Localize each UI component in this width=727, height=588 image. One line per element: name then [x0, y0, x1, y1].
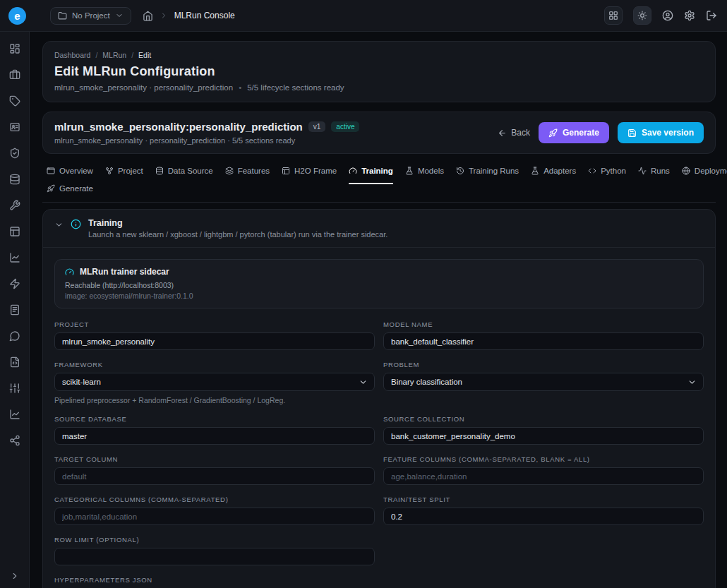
train-test-split-input[interactable] [383, 508, 704, 525]
project-selector-label: No Project [72, 11, 110, 20]
tab-python[interactable]: Python [588, 167, 626, 184]
sidebar-item-tools[interactable] [9, 200, 20, 211]
apps-grid-button[interactable] [604, 6, 623, 25]
tab-training-runs[interactable]: Training Runs [456, 167, 519, 184]
field-model-name: MODEL NAME [383, 320, 704, 350]
breadcrumb-dashboard[interactable]: Dashboard [54, 51, 90, 59]
source-collection-label: SOURCE COLLECTION [383, 415, 704, 423]
chevron-right-icon [10, 571, 20, 581]
sidebar-item-chat[interactable] [9, 330, 20, 342]
source-collection-input[interactable] [383, 427, 704, 445]
breadcrumb-separator: / [131, 51, 133, 59]
tab-models[interactable]: Models [405, 167, 444, 184]
sidebar-item-workspace[interactable] [9, 69, 20, 80]
source-database-input[interactable] [54, 427, 375, 445]
settings-button[interactable] [684, 10, 695, 21]
row-limit-input[interactable] [54, 548, 375, 565]
app-logo[interactable]: e [8, 7, 26, 25]
problem-label: PROBLEM [383, 361, 704, 368]
field-hyperparameters: HYPERPARAMETERS JSON {} [54, 576, 704, 588]
section-description: Launch a new sklearn / xgboost / lightgb… [88, 230, 387, 239]
tab-overview[interactable]: Overview [47, 167, 93, 184]
project-selector[interactable]: No Project [50, 7, 131, 25]
tab-runs[interactable]: Runs [638, 167, 670, 184]
sidebar-item-actions[interactable] [9, 278, 20, 289]
framework-select[interactable]: scikit-learn [54, 373, 375, 391]
field-source-database: SOURCE DATABASE [54, 415, 375, 445]
logout-button[interactable] [706, 10, 717, 21]
breadcrumb-separator: / [95, 51, 97, 59]
categorical-columns-input[interactable] [54, 508, 375, 525]
section-title: Training [88, 218, 387, 228]
tab-deployments[interactable]: Deployments [682, 167, 727, 184]
field-categorical-columns: CATEGORICAL COLUMNS (COMMA-SEPARATED) [54, 496, 375, 525]
field-target-column: TARGET COLUMN [54, 455, 375, 485]
back-button[interactable]: Back [498, 128, 530, 138]
chevron-down-icon [54, 220, 64, 229]
rocket-icon [47, 184, 55, 193]
notebook-icon [9, 304, 20, 316]
shield-check-icon [9, 148, 20, 159]
project-input[interactable] [54, 332, 375, 350]
feature-columns-input[interactable] [383, 467, 704, 485]
sliders-icon [9, 383, 20, 394]
sidebar-item-database[interactable] [9, 174, 20, 185]
theme-toggle-button[interactable] [633, 6, 651, 25]
field-framework: FRAMEWORK scikit-learn Pipelined preproc… [54, 361, 375, 404]
generate-button[interactable]: Generate [539, 122, 609, 143]
chevron-down-icon [687, 378, 697, 387]
sidebar-item-metrics[interactable] [9, 409, 20, 420]
sidebar-item-tuning[interactable] [9, 383, 20, 394]
sidebar-expand-button[interactable] [0, 571, 29, 581]
app-window-icon [47, 167, 55, 175]
config-title: mlrun_smoke_personality:personality_pred… [54, 121, 303, 133]
dashboard-icon [9, 43, 20, 54]
breadcrumb: Dashboard/ MLRun/ Edit [54, 51, 704, 59]
collapse-section-button[interactable] [54, 220, 64, 229]
page-subtitle-status: 5/5 lifecycle sections ready [247, 83, 344, 92]
framework-value: scikit-learn [62, 378, 101, 386]
problem-select[interactable]: Binary classification [383, 373, 704, 391]
save-version-button[interactable]: Save version [618, 122, 704, 143]
sidebar-item-scripts[interactable] [9, 356, 20, 368]
page-header-card: Dashboard/ MLRun/ Edit Edit MLRun Config… [42, 41, 716, 102]
chevron-down-icon [115, 11, 124, 20]
sidebar-item-workflows[interactable] [9, 435, 20, 446]
tab-adapters[interactable]: Adapters [531, 167, 576, 184]
tab-training[interactable]: Training [349, 167, 393, 184]
sidecar-status: Reachable (http://localhost:8003) [65, 281, 693, 289]
tab-data-source[interactable]: Data Source [155, 167, 213, 184]
chevron-right-icon [160, 11, 168, 20]
breadcrumb-mlrun[interactable]: MLRun [102, 51, 126, 59]
topbar-actions [604, 6, 717, 25]
sidebar-item-contacts[interactable] [9, 121, 20, 133]
sidebar-item-dashboard[interactable] [9, 43, 20, 54]
target-column-input[interactable] [54, 467, 375, 485]
source-database-label: SOURCE DATABASE [54, 415, 375, 423]
settings-icon [684, 10, 695, 21]
breadcrumb-edit: Edit [138, 51, 151, 59]
tab-features[interactable]: Features [225, 167, 270, 184]
tab-h2o-frame[interactable]: H2O Frame [282, 167, 337, 184]
account-button[interactable] [662, 10, 673, 21]
arrow-left-icon [498, 128, 507, 138]
sidecar-status-box: MLRun trainer sidecar Reachable (http://… [54, 259, 704, 308]
page-subtitle-ids: mlrun_smoke_personality · personality_pr… [54, 83, 233, 92]
tab-generate[interactable]: Generate [47, 184, 93, 202]
sidebar-item-notebooks[interactable] [9, 304, 20, 316]
config-toolbar-card: mlrun_smoke_personality:personality_pred… [42, 112, 716, 154]
activity-icon [638, 167, 647, 175]
hyperparameters-label: HYPERPARAMETERS JSON [54, 576, 704, 584]
framework-helper: Pipelined preprocessor + RandomForest / … [54, 396, 375, 404]
sidebar-item-tags[interactable] [9, 95, 20, 107]
model-name-input[interactable] [383, 332, 704, 350]
sidebar-item-security[interactable] [9, 148, 20, 159]
topbar-breadcrumb: MLRun Console [143, 11, 235, 21]
gauge-icon [65, 268, 74, 277]
trend-chart-icon [9, 409, 20, 420]
tab-project[interactable]: Project [105, 167, 143, 184]
tag-icon [9, 95, 20, 107]
sidebar-item-analytics[interactable] [9, 252, 20, 263]
sidebar-item-tables[interactable] [9, 226, 20, 237]
home-icon[interactable] [143, 11, 153, 21]
